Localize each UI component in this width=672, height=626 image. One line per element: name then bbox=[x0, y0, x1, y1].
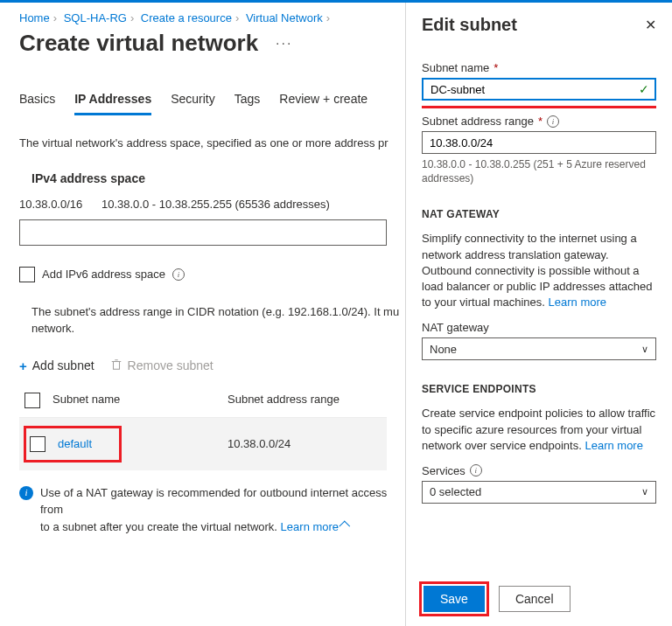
breadcrumb: Home› SQL-HA-RG› Create a resource› Virt… bbox=[19, 11, 402, 24]
close-icon[interactable]: ✕ bbox=[645, 17, 656, 33]
ipv4-cidr: 10.38.0.0/16 bbox=[19, 198, 82, 211]
subnet-desc2: network. bbox=[32, 320, 402, 337]
se-para: Create service endpoint policies to allo… bbox=[422, 406, 656, 454]
cancel-button[interactable]: Cancel bbox=[499, 586, 570, 612]
chevron-down-icon: ∨ bbox=[641, 344, 648, 355]
tab-basics[interactable]: Basics bbox=[19, 92, 55, 115]
breadcrumb-vnet[interactable]: Virtual Network bbox=[246, 11, 323, 24]
services-label: Services i bbox=[422, 464, 656, 477]
tab-ip-addresses[interactable]: IP Addresses bbox=[74, 92, 151, 115]
ipv4-range: 10.38.0.0 - 10.38.255.255 (65536 address… bbox=[102, 198, 330, 211]
subnet-range-input[interactable] bbox=[422, 131, 656, 154]
col-subnet-range: Subnet address range bbox=[228, 393, 382, 408]
info-icon: i bbox=[19, 486, 33, 500]
services-value: 0 selected bbox=[430, 485, 481, 498]
service-endpoints-heading: SERVICE ENDPOINTS bbox=[422, 383, 656, 395]
tabs: Basics IP Addresses Security Tags Review… bbox=[19, 92, 402, 115]
tab-tags[interactable]: Tags bbox=[234, 92, 261, 115]
svg-rect-0 bbox=[113, 361, 119, 369]
learn-more-link[interactable]: Learn more bbox=[281, 520, 349, 533]
table-row[interactable]: default 10.38.0.0/24 bbox=[19, 418, 387, 470]
breadcrumb-create[interactable]: Create a resource bbox=[141, 11, 232, 24]
tab-review[interactable]: Review + create bbox=[279, 92, 368, 115]
add-subnet-button[interactable]: + Add subnet bbox=[19, 358, 94, 373]
nat-gateway-label: NAT gateway bbox=[422, 321, 656, 334]
panel-title: Edit subnet bbox=[422, 15, 517, 35]
info-icon[interactable]: i bbox=[172, 268, 185, 281]
address-space-desc: The virtual network's address space, spe… bbox=[19, 135, 402, 152]
subnet-table-header: Subnet name Subnet address range bbox=[19, 384, 387, 418]
col-subnet-name: Subnet name bbox=[52, 393, 228, 408]
info-icon[interactable]: i bbox=[547, 115, 559, 128]
row-checkbox[interactable] bbox=[30, 436, 46, 452]
nat-gateway-value: None bbox=[430, 343, 457, 356]
ipv6-checkbox[interactable] bbox=[19, 267, 35, 282]
table-select-all[interactable] bbox=[24, 393, 40, 408]
nat-para: Simplify connectivity to the internet us… bbox=[422, 231, 656, 310]
range-hint: 10.38.0.0 - 10.38.0.255 (251 + 5 Azure r… bbox=[422, 157, 656, 185]
learn-more-link[interactable]: Learn more bbox=[549, 296, 606, 309]
nat-gateway-heading: NAT GATEWAY bbox=[422, 208, 656, 220]
learn-more-link[interactable]: Learn more bbox=[584, 439, 642, 452]
add-subnet-label: Add subnet bbox=[32, 358, 94, 372]
subnet-default-link[interactable]: default bbox=[58, 437, 92, 450]
ipv6-label: Add IPv6 address space bbox=[42, 268, 165, 281]
ipv4-label: IPv4 address space bbox=[32, 171, 402, 185]
more-icon[interactable]: ··· bbox=[276, 36, 292, 52]
nat-note: Use of a NAT gateway is recommended for … bbox=[40, 484, 402, 536]
remove-subnet-label: Remove subnet bbox=[128, 358, 214, 372]
subnet-desc: The subnet's address range in CIDR notat… bbox=[32, 303, 402, 321]
breadcrumb-rg[interactable]: SQL-HA-RG bbox=[64, 11, 127, 24]
tab-security[interactable]: Security bbox=[171, 92, 215, 115]
row-range: 10.38.0.0/24 bbox=[121, 437, 382, 450]
remove-subnet-button: Remove subnet bbox=[110, 358, 214, 373]
ipv4-address-row: 10.38.0.0/16 10.38.0.0 - 10.38.255.255 (… bbox=[19, 198, 402, 211]
nat-gateway-select[interactable]: None ∨ bbox=[422, 337, 656, 360]
plus-icon: + bbox=[19, 358, 27, 373]
breadcrumb-home[interactable]: Home bbox=[19, 11, 50, 24]
services-select[interactable]: 0 selected ∨ bbox=[422, 481, 656, 504]
subnet-range-label: Subnet address range* i bbox=[422, 115, 656, 128]
chevron-down-icon: ∨ bbox=[641, 486, 648, 497]
checkmark-icon: ✓ bbox=[639, 82, 649, 96]
subnet-name-label: Subnet name* bbox=[422, 61, 656, 74]
page-title: Create virtual network bbox=[19, 30, 258, 57]
address-input[interactable] bbox=[19, 219, 387, 246]
save-button[interactable]: Save bbox=[424, 586, 485, 612]
info-icon[interactable]: i bbox=[470, 464, 482, 476]
trash-icon bbox=[110, 358, 122, 373]
subnet-name-input[interactable] bbox=[422, 78, 656, 101]
